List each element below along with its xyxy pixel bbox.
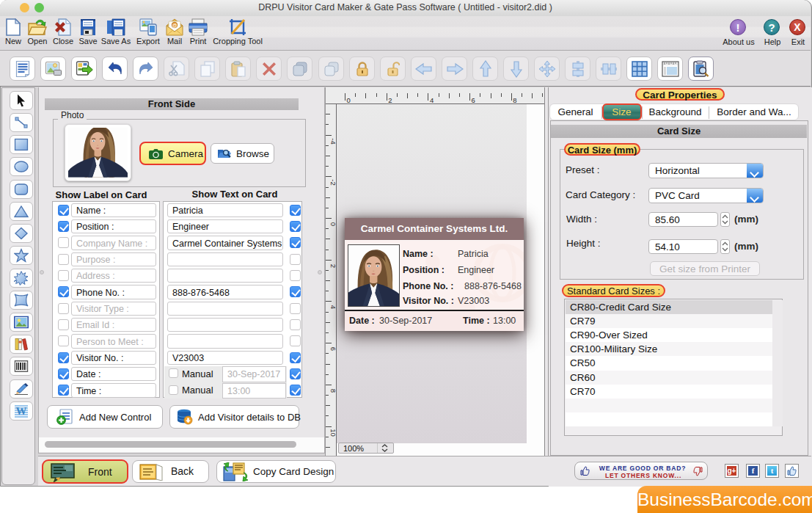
svg-text:W: W [16, 405, 27, 417]
svg-text:@: @ [172, 23, 177, 28]
